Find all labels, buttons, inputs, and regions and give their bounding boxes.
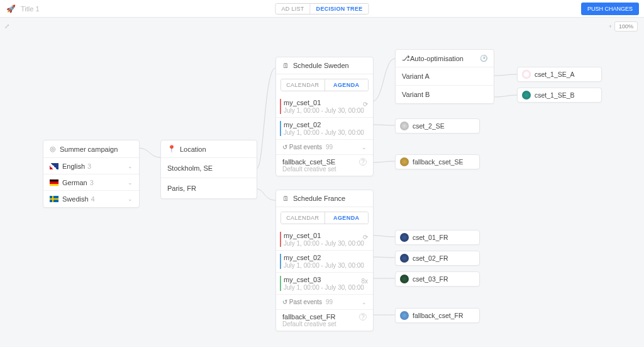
cset-icon (400, 122, 409, 130)
tab-decision-tree[interactable]: DECISION TREE (311, 4, 369, 14)
fallback-fr[interactable]: ?fallback_cset_FRDefault creative set (276, 310, 373, 331)
lang-swedish[interactable]: Swedish4⌄ (43, 191, 139, 207)
location-paris[interactable]: Paris, FR (161, 178, 257, 198)
schedule-fr-title: Schedule France (293, 195, 345, 202)
schedule-fr-tabs: CALENDAR AGENDA (280, 212, 369, 224)
push-changes-button[interactable]: PUSH CHANGES (581, 3, 639, 15)
view-toggle: AD LIST DECISION TREE (275, 3, 369, 14)
page-title: Title 1 (21, 5, 40, 13)
cset-03-fr[interactable]: cset_03_FR (395, 271, 480, 287)
canvas[interactable]: ◎ Summer campaign English3⌄ German3⌄ Swe… (0, 18, 644, 347)
cset-fallback-se[interactable]: fallback_cset_SE (395, 154, 480, 169)
branch-icon: ⎇ (402, 54, 410, 62)
chevron-down-icon: ⌄ (128, 179, 133, 186)
chevron-down-icon: ⌄ (362, 299, 367, 305)
tab-agenda-fr[interactable]: AGENDA (325, 212, 369, 224)
schedule-se-header: 🗓 Schedule Sweden (276, 57, 373, 74)
cset-icon (400, 233, 409, 242)
cset-se-a[interactable]: cset_1_SE_A (517, 67, 602, 82)
help-icon: ? (359, 313, 367, 321)
chevron-down-icon: ⌄ (128, 196, 133, 202)
schedule-sweden-card: 🗓 Schedule Sweden CALENDAR AGENDA my_cse… (275, 57, 374, 176)
cset-icon (400, 157, 409, 166)
clock-icon: 🕑 (480, 55, 487, 62)
auto-optimisation-card: ⎇ Auto-optimisation 🕑 Variant A Variant … (395, 49, 494, 104)
tab-calendar-se[interactable]: CALENDAR (281, 79, 325, 91)
cset-fallback-fr[interactable]: fallback_cset_FR (395, 308, 480, 323)
tab-agenda-se[interactable]: AGENDA (325, 79, 369, 91)
cset-02-fr[interactable]: cset_02_FR (395, 251, 480, 266)
cset-01-fr[interactable]: cset_01_FR (395, 230, 480, 245)
recycle-icon: ⟳ (363, 101, 368, 108)
location-header: 📍 Location (161, 140, 257, 158)
variant-b[interactable]: Variant B (396, 86, 494, 103)
chevron-down-icon: ⌄ (362, 144, 367, 151)
tab-ad-list[interactable]: AD LIST (275, 4, 310, 14)
campaign-header: ◎ Summer campaign (43, 140, 139, 158)
optim-title: Auto-optimisation (410, 55, 464, 62)
cset-icon (400, 311, 409, 320)
schedule-se-tabs: CALENDAR AGENDA (280, 79, 369, 91)
recycle-icon: ⟳ (363, 234, 368, 241)
flag-sv-icon (50, 196, 58, 202)
sched-item-fr-3[interactable]: my_cset_03July 1, 00:00 - July 30, 00:00… (276, 273, 373, 295)
count-tag: 8x (361, 278, 368, 285)
schedule-fr-header: 🗓 Schedule France (276, 190, 373, 207)
chevron-down-icon: ⌄ (128, 163, 133, 169)
top-bar: 🚀 Title 1 AD LIST DECISION TREE PUSH CHA… (0, 0, 644, 18)
flag-de-icon (50, 179, 58, 186)
flag-en-icon (50, 163, 58, 169)
lang-german[interactable]: German3⌄ (43, 174, 139, 191)
help-icon: ? (359, 158, 367, 166)
rocket-icon: 🚀 (6, 4, 16, 13)
cset-icon (400, 254, 409, 263)
optim-header: ⎇ Auto-optimisation 🕑 (396, 50, 494, 67)
target-icon: ◎ (50, 145, 56, 153)
tab-calendar-fr[interactable]: CALENDAR (281, 212, 325, 224)
cset-2-se[interactable]: cset_2_SE (395, 118, 480, 134)
history-icon: ↺ (282, 144, 287, 151)
schedule-france-card: 🗓 Schedule France CALENDAR AGENDA my_cse… (275, 190, 374, 331)
location-card: 📍 Location Stockholm, SE Paris, FR (160, 140, 257, 199)
cset-se-b[interactable]: cset_1_SE_B (517, 88, 602, 103)
sched-item-se-2[interactable]: my_cset_02July 1, 00:00 - July 30, 00:00 (276, 118, 373, 140)
cset-icon (522, 70, 531, 79)
location-title: Location (180, 145, 206, 153)
fallback-se[interactable]: ?fallback_cset_SEDefault creative set (276, 155, 373, 176)
schedule-se-title: Schedule Sweden (293, 62, 349, 69)
past-events-se[interactable]: ↺ Past events99⌄ (276, 140, 373, 155)
campaign-card: ◎ Summer campaign English3⌄ German3⌄ Swe… (43, 140, 140, 208)
sched-item-se-1[interactable]: my_cset_01July 1, 00:00 - July 30, 00:00… (276, 96, 373, 118)
calendar-icon: 🗓 (282, 62, 289, 69)
past-events-fr[interactable]: ↺ Past events99⌄ (276, 295, 373, 310)
cset-icon (522, 91, 531, 100)
lang-english[interactable]: English3⌄ (43, 158, 139, 174)
location-stockholm[interactable]: Stockholm, SE (161, 158, 257, 178)
history-icon: ↺ (282, 299, 287, 305)
sched-item-fr-1[interactable]: my_cset_01July 1, 00:00 - July 30, 00:00… (276, 229, 373, 251)
pin-icon: 📍 (167, 145, 176, 153)
sched-item-fr-2[interactable]: my_cset_02July 1, 00:00 - July 30, 00:00 (276, 251, 373, 273)
cset-icon (400, 275, 409, 283)
variant-a[interactable]: Variant A (396, 67, 494, 86)
campaign-title: Summer campaign (60, 145, 118, 153)
calendar-icon: 🗓 (282, 195, 289, 202)
